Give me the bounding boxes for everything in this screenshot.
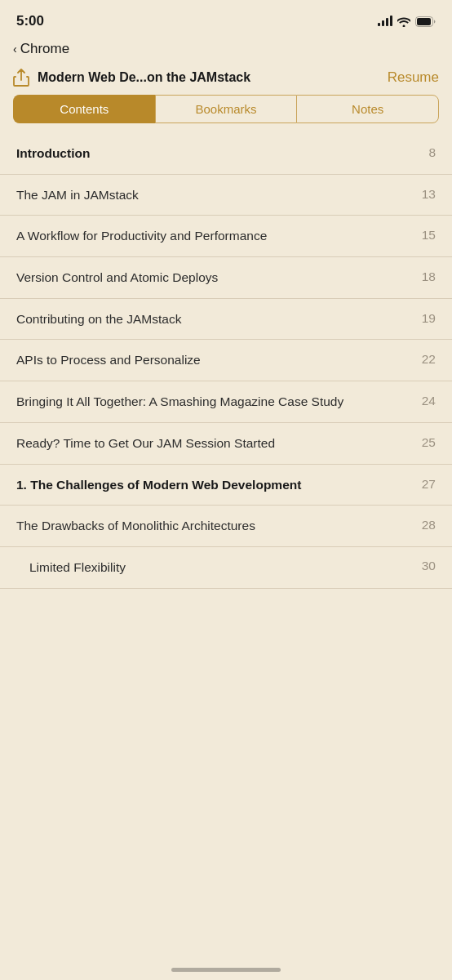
toc-item-page: 13 [416,186,436,202]
toc-item-title: Bringing It All Together: A Smashing Mag… [16,393,416,411]
toc-item-title: Ready? Time to Get Our JAM Session Start… [16,434,416,452]
signal-icon [378,16,392,26]
toc-item-title: Contributing on the JAMstack [16,310,416,328]
tabs-bar: Contents Bookmarks Notes [0,95,452,133]
home-indicator [171,968,281,972]
wifi-icon [397,16,410,27]
status-bar: 5:00 [0,0,452,36]
nav-bar: ‹ Chrome [0,36,452,64]
toc-item-page: 25 [416,434,436,450]
toc-section-page: 8 [416,145,436,160]
tab-contents[interactable]: Contents [13,95,155,123]
toc-item-workflow[interactable]: A Workflow for Productivity and Performa… [0,216,452,257]
status-time: 5:00 [16,13,44,29]
toc-section-title: Introduction [16,145,416,163]
resume-button[interactable]: Resume [388,69,439,86]
book-title: Modern Web De...on the JAMstack [38,70,379,85]
header: Modern Web De...on the JAMstack Resume [0,64,452,95]
toc-item-monolithic[interactable]: The Drawbacks of Monolithic Architecture… [0,506,452,547]
toc-item-apis[interactable]: APIs to Process and Personalize 22 [0,340,452,381]
toc-item-version-control[interactable]: Version Control and Atomic Deploys 18 [0,257,452,299]
toc-item-smashing[interactable]: Bringing It All Together: A Smashing Mag… [0,381,452,423]
toc-sub-item-page: 30 [416,559,436,573]
back-button[interactable]: ‹ Chrome [13,41,69,57]
toc-item-page: 24 [416,393,436,408]
tab-notes[interactable]: Notes [296,95,439,123]
toc-item-title: Version Control and Atomic Deploys [16,269,416,287]
toc-subitem-flexibility[interactable]: Limited Flexibility 30 [0,547,452,589]
back-label: Chrome [20,41,69,57]
toc-section-title: 1. The Challenges of Modern Web Developm… [16,476,416,494]
toc-item-jam[interactable]: The JAM in JAMstack 13 [0,175,452,216]
battery-icon [415,16,436,27]
toc-item-get-started[interactable]: Ready? Time to Get Our JAM Session Start… [0,423,452,465]
toc-item-page: 22 [416,351,436,367]
tab-bookmarks[interactable]: Bookmarks [155,95,297,123]
toc-item-title: APIs to Process and Personalize [16,351,416,369]
toc-item-title: The JAM in JAMstack [16,186,416,204]
toc-item-title: A Workflow for Productivity and Performa… [16,227,416,245]
toc-item-page: 15 [416,227,436,243]
toc-section-introduction[interactable]: Introduction 8 [0,133,452,175]
toc-item-page: 19 [416,310,436,326]
status-icons [378,16,436,27]
share-button[interactable] [13,69,29,87]
toc-list: Introduction 8 The JAM in JAMstack 13 A … [0,133,452,589]
svg-rect-1 [417,18,431,25]
back-chevron-icon: ‹ [13,42,17,56]
toc-section-chapter1[interactable]: 1. The Challenges of Modern Web Developm… [0,465,452,506]
toc-item-page: 18 [416,269,436,284]
toc-item-page: 28 [416,517,436,532]
toc-sub-item-title: Limited Flexibility [29,559,416,577]
toc-item-title: The Drawbacks of Monolithic Architecture… [16,517,416,535]
toc-section-page: 27 [416,476,436,492]
toc-item-contributing[interactable]: Contributing on the JAMstack 19 [0,299,452,341]
